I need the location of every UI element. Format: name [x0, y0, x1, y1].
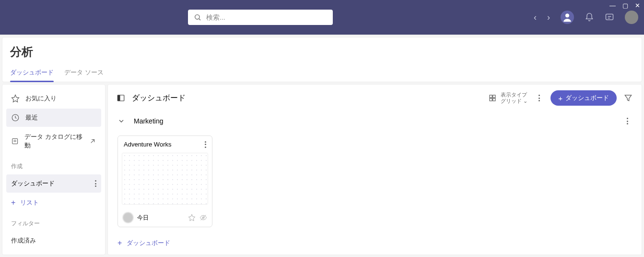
star-icon — [11, 94, 20, 103]
titlebar: — ▢ ✕ ‹ › — [0, 0, 644, 35]
main-title: ダッシュボード — [132, 93, 186, 103]
sidebar-item-label: リスト — [20, 198, 39, 207]
card-preview — [122, 153, 208, 205]
close-button[interactable]: ✕ — [635, 2, 640, 9]
tab-dashboards[interactable]: ダッシュボード — [10, 68, 54, 82]
grid-icon — [488, 94, 497, 102]
nav-forward-icon[interactable]: › — [547, 12, 550, 23]
sidebar-item-label: ダッシュボード — [11, 179, 55, 188]
card-date: 今日 — [137, 214, 149, 222]
svg-rect-11 — [493, 98, 495, 101]
more-icon[interactable] — [95, 180, 96, 187]
chevron-down-icon[interactable] — [117, 117, 125, 125]
search-icon — [194, 13, 201, 21]
clock-icon — [11, 113, 20, 122]
nav-back-icon[interactable]: ‹ — [534, 12, 537, 23]
window-controls: — ▢ ✕ — [609, 2, 640, 9]
group-name: Marketing — [134, 117, 163, 125]
filter-icon[interactable] — [623, 93, 633, 103]
plus-icon: + — [117, 239, 122, 247]
main-panel: ダッシュボード 表示タイプ グリッド ⌄ + ダッシュボード — [107, 84, 642, 255]
card-header: Adventure Works — [118, 136, 212, 153]
sidebar-create-label: 作成 — [6, 156, 101, 173]
sidebar-create-list[interactable]: + リスト — [6, 194, 101, 212]
svg-rect-7 — [117, 95, 120, 101]
sidebar-item-label: データ カタログに移動 — [24, 133, 82, 150]
search-box[interactable] — [188, 10, 333, 25]
card-footer: 今日 — [118, 208, 212, 227]
visibility-icon[interactable] — [199, 214, 207, 221]
sidebar-item-label: 作成済み — [11, 236, 36, 245]
body-row: お気に入り 最近 データ カタログに移動 作成 ダッシュボード + リスト フィ… — [2, 84, 642, 255]
button-label: ダッシュボード — [565, 94, 609, 102]
content: 分析 ダッシュボード データ ソース お気に入り 最近 データ カタログに移動 … — [0, 35, 644, 257]
sidebar-filter-label: フィルター — [6, 213, 101, 231]
panel-icon — [117, 94, 125, 102]
svg-rect-3 — [606, 14, 613, 20]
chevron-down-icon: ⌄ — [523, 98, 527, 104]
chat-icon[interactable] — [605, 12, 614, 22]
sidebar-item-catalog[interactable]: データ カタログに移動 — [6, 128, 101, 155]
header-panel: 分析 ダッシュボード データ ソース — [2, 37, 642, 82]
external-link-icon — [89, 137, 96, 146]
svg-rect-5 — [12, 139, 18, 144]
group-more-button[interactable] — [622, 116, 632, 126]
catalog-icon — [11, 137, 19, 146]
more-button[interactable] — [534, 93, 544, 103]
maximize-button[interactable]: ▢ — [622, 2, 628, 9]
card-area: Adventure Works 今日 — [108, 131, 642, 232]
view-type-value: グリッド — [501, 98, 522, 104]
tabs: ダッシュボード データ ソース — [10, 68, 634, 82]
titlebar-right: ‹ › — [534, 11, 638, 24]
sidebar-item-label: 最近 — [25, 113, 38, 122]
card-avatar — [123, 212, 133, 223]
main-header: ダッシュボード 表示タイプ グリッド ⌄ + ダッシュボード — [108, 85, 642, 111]
svg-rect-10 — [490, 98, 492, 101]
dashboard-card[interactable]: Adventure Works 今日 — [117, 135, 212, 227]
plus-icon: + — [558, 94, 562, 102]
group-header: Marketing — [108, 111, 642, 131]
star-icon[interactable] — [188, 214, 196, 221]
search-input[interactable] — [206, 13, 327, 21]
minimize-button[interactable]: — — [609, 2, 616, 9]
sidebar-item-created[interactable]: 作成済み — [6, 232, 101, 250]
view-type-label: 表示タイプ — [501, 92, 527, 98]
card-title: Adventure Works — [124, 141, 171, 148]
sidebar-item-recent[interactable]: 最近 — [6, 109, 101, 127]
svg-point-0 — [195, 15, 199, 19]
svg-rect-8 — [490, 95, 492, 98]
view-type-selector[interactable]: 表示タイプ グリッド ⌄ — [488, 92, 527, 104]
card-more-icon[interactable] — [205, 141, 206, 148]
plus-icon: + — [11, 198, 15, 207]
tab-datasources[interactable]: データ ソース — [64, 68, 104, 82]
sidebar-item-label: お気に入り — [25, 94, 57, 103]
user-avatar[interactable] — [625, 11, 638, 24]
add-dashboard-link[interactable]: + ダッシュボード — [108, 232, 642, 254]
sidebar: お気に入り 最近 データ カタログに移動 作成 ダッシュボード + リスト フィ… — [2, 84, 105, 255]
svg-line-1 — [199, 19, 200, 20]
page-title: 分析 — [10, 44, 634, 60]
new-dashboard-button[interactable]: + ダッシュボード — [550, 90, 617, 106]
assistant-avatar[interactable] — [561, 11, 574, 24]
bell-icon[interactable] — [585, 12, 594, 22]
sidebar-item-favorites[interactable]: お気に入り — [6, 89, 101, 108]
svg-point-2 — [565, 14, 569, 17]
sidebar-create-dashboard[interactable]: ダッシュボード — [6, 174, 101, 193]
add-dashboard-label: ダッシュボード — [127, 239, 170, 247]
svg-rect-9 — [493, 95, 495, 98]
